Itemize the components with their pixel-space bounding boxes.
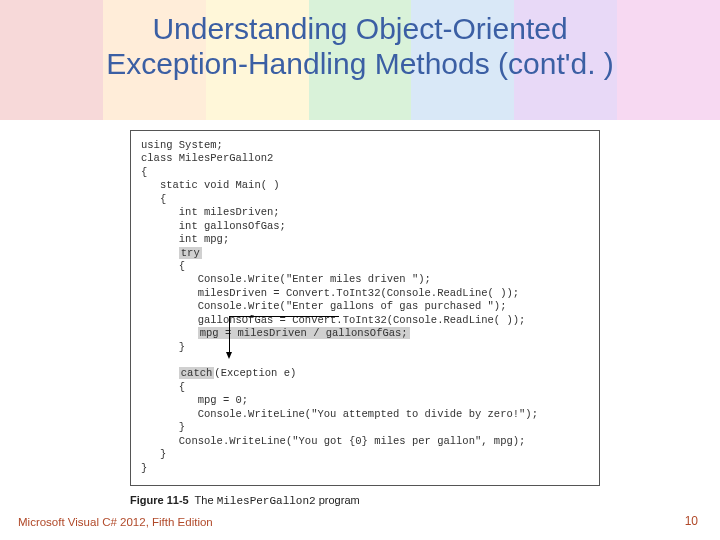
slide-title: Understanding Object-Oriented Exception-… (0, 12, 720, 81)
title-line-2: Exception-Handling Methods (cont'd. ) (106, 47, 614, 80)
highlight-try: try (179, 247, 202, 259)
caption-code: MilesPerGallon2 (217, 495, 316, 507)
figure-block: using System; class MilesPerGallon2 { st… (130, 130, 600, 507)
title-line-1: Understanding Object-Oriented (152, 12, 567, 45)
highlight-catch: catch (179, 367, 215, 379)
arrow-down-icon (226, 352, 232, 359)
page-number: 10 (685, 514, 698, 528)
slide: Understanding Object-Oriented Exception-… (0, 0, 720, 540)
highlight-mpg-calc: mpg = milesDriven / gallonsOfGas; (198, 327, 410, 339)
code-listing: using System; class MilesPerGallon2 { st… (130, 130, 600, 486)
caption-label: Figure 11-5 (130, 494, 189, 506)
footer-text: Microsoft Visual C# 2012, Fifth Edition (18, 516, 213, 528)
figure-caption: Figure 11-5 The MilesPerGallon2 program (130, 494, 600, 507)
